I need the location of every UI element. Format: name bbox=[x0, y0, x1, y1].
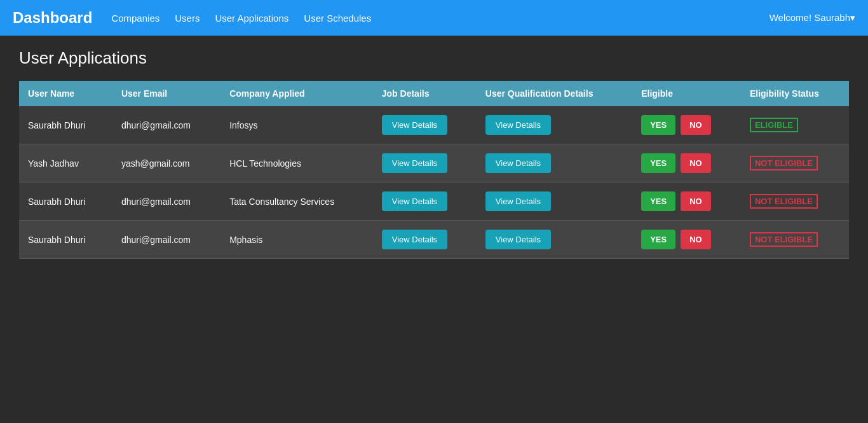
table-row: Saurabh Dhuri dhuri@gmail.com Infosys Vi… bbox=[19, 106, 849, 144]
table-header-row: User Name User Email Company Applied Job… bbox=[19, 81, 849, 106]
qualification-button[interactable]: View Details bbox=[485, 230, 551, 249]
page-content: User Applications User Name User Email C… bbox=[0, 36, 868, 272]
cell-company-applied: Tata Consultancy Services bbox=[220, 183, 373, 221]
job-details-button[interactable]: View Details bbox=[382, 153, 447, 173]
nav-companies[interactable]: Companies bbox=[111, 13, 159, 24]
page-title: User Applications bbox=[19, 48, 849, 68]
no-button[interactable]: NO bbox=[681, 230, 711, 249]
navbar: Dashboard Companies Users User Applicati… bbox=[0, 0, 868, 36]
job-details-button[interactable]: View Details bbox=[382, 191, 447, 211]
cell-user-email: dhuri@gmail.com bbox=[112, 221, 220, 259]
cell-qualification: View Details bbox=[477, 183, 632, 221]
cell-user-name: Saurabh Dhuri bbox=[19, 183, 112, 221]
col-user-email: User Email bbox=[112, 81, 220, 106]
yes-button[interactable]: YES bbox=[641, 115, 675, 135]
cell-job-details: View Details bbox=[373, 183, 477, 221]
cell-eligibility-status: NOT ELIGIBLE bbox=[741, 221, 849, 259]
nav-user-schedules[interactable]: User Schedules bbox=[304, 13, 371, 24]
cell-eligible: YES NO bbox=[632, 144, 741, 183]
table-row: Yash Jadhav yash@gmail.com HCL Technolog… bbox=[19, 144, 849, 183]
cell-job-details: View Details bbox=[373, 221, 477, 259]
cell-eligible: YES NO bbox=[632, 221, 741, 259]
navbar-user[interactable]: Welcome! Saurabh▾ bbox=[770, 12, 855, 24]
eligibility-status-badge: NOT ELIGIBLE bbox=[750, 194, 818, 209]
table-row: Saurabh Dhuri dhuri@gmail.com Tata Consu… bbox=[19, 183, 849, 221]
yes-button[interactable]: YES bbox=[641, 191, 675, 211]
table-row: Saurabh Dhuri dhuri@gmail.com Mphasis Vi… bbox=[19, 221, 849, 259]
job-details-button[interactable]: View Details bbox=[382, 230, 447, 249]
cell-qualification: View Details bbox=[477, 221, 632, 259]
no-button[interactable]: NO bbox=[681, 191, 711, 211]
cell-user-email: yash@gmail.com bbox=[112, 144, 220, 183]
cell-user-email: dhuri@gmail.com bbox=[112, 183, 220, 221]
qualification-button[interactable]: View Details bbox=[485, 153, 551, 173]
cell-company-applied: Mphasis bbox=[220, 221, 373, 259]
no-button[interactable]: NO bbox=[681, 115, 711, 135]
cell-user-name: Saurabh Dhuri bbox=[19, 106, 112, 144]
col-user-name: User Name bbox=[19, 81, 112, 106]
col-eligible: Eligible bbox=[632, 81, 741, 106]
table-container: User Name User Email Company Applied Job… bbox=[19, 81, 849, 259]
cell-qualification: View Details bbox=[477, 144, 632, 183]
cell-job-details: View Details bbox=[373, 106, 477, 144]
yes-button[interactable]: YES bbox=[641, 153, 675, 173]
cell-eligibility-status: NOT ELIGIBLE bbox=[741, 144, 849, 183]
navbar-links: Companies Users User Applications User S… bbox=[111, 13, 769, 24]
applications-table: User Name User Email Company Applied Job… bbox=[19, 81, 849, 259]
col-company-applied: Company Applied bbox=[220, 81, 373, 106]
cell-eligible: YES NO bbox=[632, 183, 741, 221]
cell-eligible: YES NO bbox=[632, 106, 741, 144]
col-qualification: User Qualification Details bbox=[477, 81, 632, 106]
cell-qualification: View Details bbox=[477, 106, 632, 144]
cell-job-details: View Details bbox=[373, 144, 477, 183]
cell-user-email: dhuri@gmail.com bbox=[112, 106, 220, 144]
qualification-button[interactable]: View Details bbox=[485, 191, 551, 211]
col-job-details: Job Details bbox=[373, 81, 477, 106]
cell-eligibility-status: NOT ELIGIBLE bbox=[741, 183, 849, 221]
col-eligibility-status: Eligibility Status bbox=[741, 81, 849, 106]
eligibility-status-badge: ELIGIBLE bbox=[750, 118, 798, 132]
cell-company-applied: HCL Technologies bbox=[220, 144, 373, 183]
nav-users[interactable]: Users bbox=[175, 13, 200, 24]
eligibility-status-badge: NOT ELIGIBLE bbox=[750, 232, 818, 247]
cell-user-name: Saurabh Dhuri bbox=[19, 221, 112, 259]
no-button[interactable]: NO bbox=[681, 153, 711, 173]
cell-eligibility-status: ELIGIBLE bbox=[741, 106, 849, 144]
nav-user-applications[interactable]: User Applications bbox=[215, 13, 288, 24]
job-details-button[interactable]: View Details bbox=[382, 115, 447, 135]
qualification-button[interactable]: View Details bbox=[485, 115, 551, 135]
navbar-brand: Dashboard bbox=[13, 9, 92, 27]
yes-button[interactable]: YES bbox=[641, 230, 675, 249]
eligibility-status-badge: NOT ELIGIBLE bbox=[750, 156, 818, 170]
cell-company-applied: Infosys bbox=[220, 106, 373, 144]
cell-user-name: Yash Jadhav bbox=[19, 144, 112, 183]
